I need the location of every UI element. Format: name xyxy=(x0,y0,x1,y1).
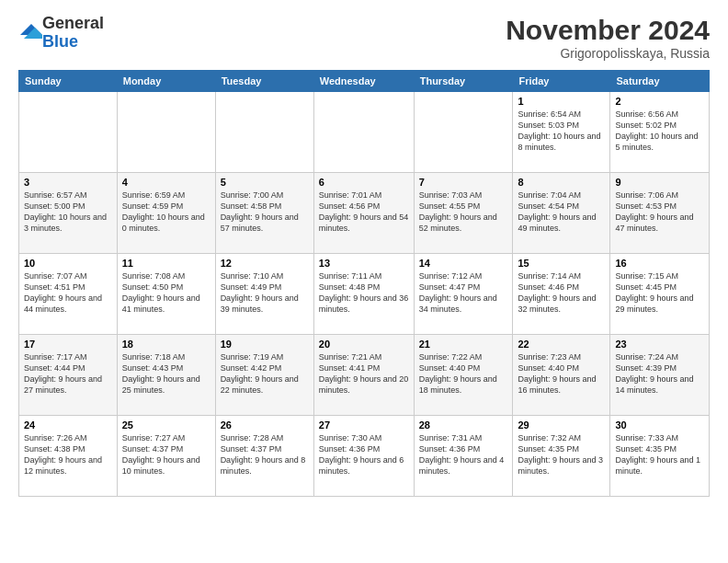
day-cell: 29Sunrise: 7:32 AM Sunset: 4:35 PM Dayli… xyxy=(513,416,610,497)
day-number: 24 xyxy=(24,419,112,431)
day-cell: 5Sunrise: 7:00 AM Sunset: 4:58 PM Daylig… xyxy=(215,173,313,254)
day-info: Sunrise: 7:26 AM Sunset: 4:38 PM Dayligh… xyxy=(24,432,112,477)
day-info: Sunrise: 7:08 AM Sunset: 4:50 PM Dayligh… xyxy=(122,270,210,316)
day-cell xyxy=(215,92,313,173)
day-number: 7 xyxy=(419,177,508,188)
day-number: 22 xyxy=(518,339,605,350)
page: General Blue November 2024 Grigoropoliss… xyxy=(0,0,728,563)
col-header-friday: Friday xyxy=(513,71,610,92)
day-info: Sunrise: 7:12 AM Sunset: 4:47 PM Dayligh… xyxy=(419,270,508,316)
day-number: 25 xyxy=(122,419,210,431)
logo-general: General xyxy=(42,14,104,32)
day-info: Sunrise: 7:10 AM Sunset: 4:49 PM Dayligh… xyxy=(221,270,309,316)
day-info: Sunrise: 7:33 AM Sunset: 4:35 PM Dayligh… xyxy=(615,432,704,477)
logo: General Blue xyxy=(18,15,104,52)
col-header-thursday: Thursday xyxy=(414,71,513,92)
day-info: Sunrise: 7:06 AM Sunset: 4:53 PM Dayligh… xyxy=(615,190,704,235)
day-number: 12 xyxy=(221,258,309,269)
day-cell: 30Sunrise: 7:33 AM Sunset: 4:35 PM Dayli… xyxy=(610,416,710,497)
day-cell: 25Sunrise: 7:27 AM Sunset: 4:37 PM Dayli… xyxy=(117,416,215,497)
day-number: 29 xyxy=(518,419,605,431)
calendar-header-row: SundayMondayTuesdayWednesdayThursdayFrid… xyxy=(19,71,710,92)
day-number: 26 xyxy=(221,419,309,431)
day-cell: 13Sunrise: 7:11 AM Sunset: 4:48 PM Dayli… xyxy=(313,254,414,335)
day-info: Sunrise: 6:59 AM Sunset: 4:59 PM Dayligh… xyxy=(122,190,210,235)
day-number: 9 xyxy=(615,177,704,188)
location: Grigoropolisskaya, Russia xyxy=(506,46,710,61)
day-cell: 12Sunrise: 7:10 AM Sunset: 4:49 PM Dayli… xyxy=(215,254,313,335)
day-number: 15 xyxy=(518,258,605,269)
day-info: Sunrise: 7:32 AM Sunset: 4:35 PM Dayligh… xyxy=(518,432,605,477)
day-info: Sunrise: 7:19 AM Sunset: 4:42 PM Dayligh… xyxy=(221,351,309,396)
day-number: 14 xyxy=(419,258,508,269)
day-info: Sunrise: 6:56 AM Sunset: 5:02 PM Dayligh… xyxy=(615,109,704,154)
col-header-monday: Monday xyxy=(117,71,215,92)
day-info: Sunrise: 7:04 AM Sunset: 4:54 PM Dayligh… xyxy=(518,190,605,235)
day-cell: 27Sunrise: 7:30 AM Sunset: 4:36 PM Dayli… xyxy=(313,416,414,497)
day-info: Sunrise: 7:18 AM Sunset: 4:43 PM Dayligh… xyxy=(122,351,210,396)
day-cell: 14Sunrise: 7:12 AM Sunset: 4:47 PM Dayli… xyxy=(414,254,513,335)
day-info: Sunrise: 6:57 AM Sunset: 5:00 PM Dayligh… xyxy=(24,190,112,235)
day-cell: 9Sunrise: 7:06 AM Sunset: 4:53 PM Daylig… xyxy=(610,173,710,254)
day-number: 23 xyxy=(615,339,704,350)
day-info: Sunrise: 7:17 AM Sunset: 4:44 PM Dayligh… xyxy=(24,351,112,396)
day-info: Sunrise: 7:01 AM Sunset: 4:56 PM Dayligh… xyxy=(319,190,409,235)
day-cell: 1Sunrise: 6:54 AM Sunset: 5:03 PM Daylig… xyxy=(513,92,610,173)
week-row-1: 3Sunrise: 6:57 AM Sunset: 5:00 PM Daylig… xyxy=(19,173,710,254)
title-block: November 2024 Grigoropolisskaya, Russia xyxy=(506,15,710,61)
day-cell: 6Sunrise: 7:01 AM Sunset: 4:56 PM Daylig… xyxy=(313,173,414,254)
day-cell: 20Sunrise: 7:21 AM Sunset: 4:41 PM Dayli… xyxy=(313,335,414,416)
week-row-3: 17Sunrise: 7:17 AM Sunset: 4:44 PM Dayli… xyxy=(19,335,710,416)
day-info: Sunrise: 7:03 AM Sunset: 4:55 PM Dayligh… xyxy=(419,190,508,235)
day-info: Sunrise: 6:54 AM Sunset: 5:03 PM Dayligh… xyxy=(518,109,605,154)
day-cell xyxy=(414,92,513,173)
day-cell: 11Sunrise: 7:08 AM Sunset: 4:50 PM Dayli… xyxy=(117,254,215,335)
day-number: 19 xyxy=(221,339,309,350)
day-info: Sunrise: 7:23 AM Sunset: 4:40 PM Dayligh… xyxy=(518,351,605,396)
day-info: Sunrise: 7:28 AM Sunset: 4:37 PM Dayligh… xyxy=(221,432,309,477)
col-header-sunday: Sunday xyxy=(19,71,118,92)
day-cell: 22Sunrise: 7:23 AM Sunset: 4:40 PM Dayli… xyxy=(513,335,610,416)
day-cell: 10Sunrise: 7:07 AM Sunset: 4:51 PM Dayli… xyxy=(19,254,118,335)
day-info: Sunrise: 7:00 AM Sunset: 4:58 PM Dayligh… xyxy=(221,190,309,235)
day-number: 17 xyxy=(24,339,112,350)
day-cell xyxy=(19,92,118,173)
col-header-wednesday: Wednesday xyxy=(313,71,414,92)
col-header-saturday: Saturday xyxy=(610,71,710,92)
day-cell: 15Sunrise: 7:14 AM Sunset: 4:46 PM Dayli… xyxy=(513,254,610,335)
day-cell: 19Sunrise: 7:19 AM Sunset: 4:42 PM Dayli… xyxy=(215,335,313,416)
day-number: 13 xyxy=(319,258,409,269)
day-cell: 24Sunrise: 7:26 AM Sunset: 4:38 PM Dayli… xyxy=(19,416,118,497)
header: General Blue November 2024 Grigoropoliss… xyxy=(18,15,710,61)
day-number: 2 xyxy=(615,96,704,107)
week-row-4: 24Sunrise: 7:26 AM Sunset: 4:38 PM Dayli… xyxy=(19,416,710,497)
day-info: Sunrise: 7:31 AM Sunset: 4:36 PM Dayligh… xyxy=(419,432,508,477)
day-number: 20 xyxy=(319,339,409,350)
day-cell: 8Sunrise: 7:04 AM Sunset: 4:54 PM Daylig… xyxy=(513,173,610,254)
col-header-tuesday: Tuesday xyxy=(215,71,313,92)
day-number: 30 xyxy=(615,419,704,431)
day-number: 10 xyxy=(24,258,112,269)
day-number: 6 xyxy=(319,177,409,188)
week-row-0: 1Sunrise: 6:54 AM Sunset: 5:03 PM Daylig… xyxy=(19,92,710,173)
day-cell: 17Sunrise: 7:17 AM Sunset: 4:44 PM Dayli… xyxy=(19,335,118,416)
day-info: Sunrise: 7:11 AM Sunset: 4:48 PM Dayligh… xyxy=(319,270,409,316)
day-info: Sunrise: 7:24 AM Sunset: 4:39 PM Dayligh… xyxy=(615,351,704,396)
day-number: 3 xyxy=(24,177,112,188)
day-number: 4 xyxy=(122,177,210,188)
day-info: Sunrise: 7:14 AM Sunset: 4:46 PM Dayligh… xyxy=(518,270,605,316)
day-info: Sunrise: 7:30 AM Sunset: 4:36 PM Dayligh… xyxy=(319,432,409,477)
logo-text: General Blue xyxy=(42,15,104,52)
day-cell: 28Sunrise: 7:31 AM Sunset: 4:36 PM Dayli… xyxy=(414,416,513,497)
calendar: SundayMondayTuesdayWednesdayThursdayFrid… xyxy=(18,70,710,497)
day-cell: 16Sunrise: 7:15 AM Sunset: 4:45 PM Dayli… xyxy=(610,254,710,335)
day-info: Sunrise: 7:22 AM Sunset: 4:40 PM Dayligh… xyxy=(419,351,508,396)
day-cell: 4Sunrise: 6:59 AM Sunset: 4:59 PM Daylig… xyxy=(117,173,215,254)
day-number: 11 xyxy=(122,258,210,269)
day-number: 21 xyxy=(419,339,508,350)
day-info: Sunrise: 7:15 AM Sunset: 4:45 PM Dayligh… xyxy=(615,270,704,316)
day-cell: 23Sunrise: 7:24 AM Sunset: 4:39 PM Dayli… xyxy=(610,335,710,416)
day-cell xyxy=(117,92,215,173)
day-cell: 21Sunrise: 7:22 AM Sunset: 4:40 PM Dayli… xyxy=(414,335,513,416)
logo-icon xyxy=(20,20,42,42)
